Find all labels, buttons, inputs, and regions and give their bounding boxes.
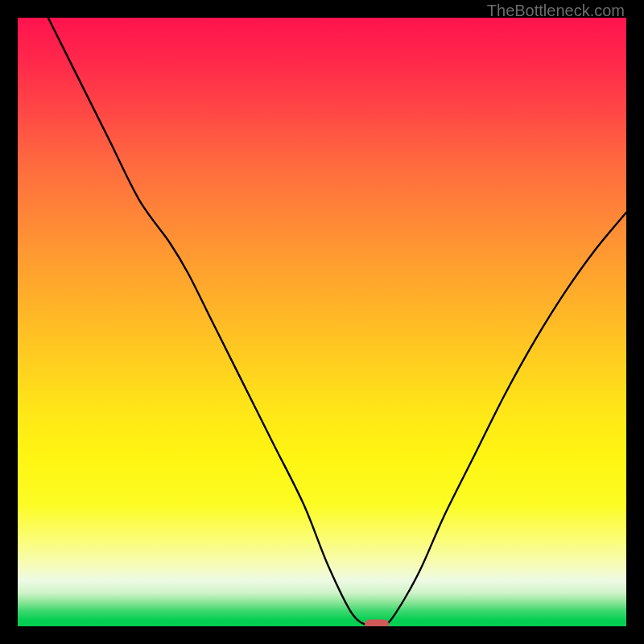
chart-frame: TheBottleneck.com: [0, 0, 644, 644]
optimal-marker: [365, 620, 389, 627]
bottleneck-curve: [48, 18, 626, 626]
curve-layer: [18, 18, 626, 626]
watermark-text: TheBottleneck.com: [487, 2, 625, 20]
plot-area: [18, 18, 626, 626]
